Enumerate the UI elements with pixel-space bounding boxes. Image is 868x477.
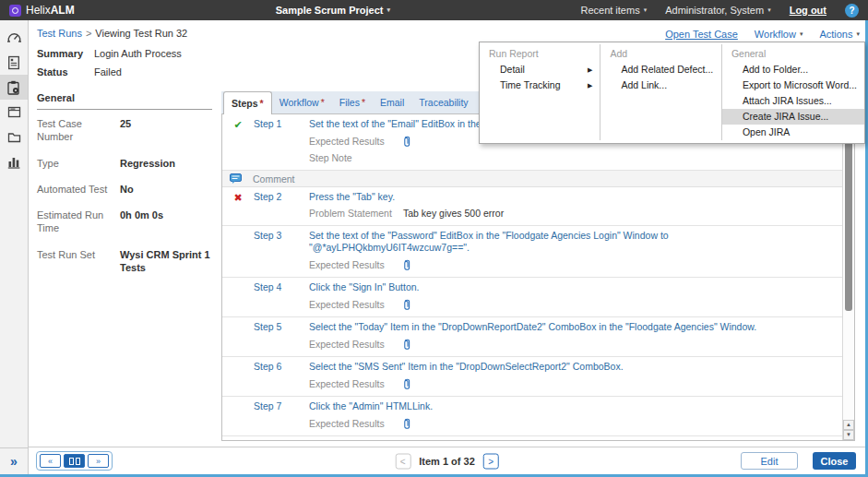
- sidebar-item-dashboard[interactable]: [0, 25, 28, 50]
- field-automated-test: Automated Test No: [37, 175, 212, 201]
- problem-statement-row: Problem Statement Tab key gives 500 erro…: [309, 208, 842, 220]
- sidebar-item-test-runs[interactable]: [0, 75, 28, 100]
- breadcrumb-test-runs-link[interactable]: Test Runs: [37, 28, 82, 39]
- attachment-paperclip-icon[interactable]: [403, 258, 411, 271]
- comment-row[interactable]: Comment: [222, 171, 842, 187]
- record-toolbar: Open Test Case Workflow ▾ Actions ▾: [665, 29, 860, 40]
- document-icon: [7, 55, 20, 70]
- tab-workflow[interactable]: Workflow*: [272, 91, 332, 113]
- breadcrumb-current: Viewing Test Run 32: [95, 28, 187, 39]
- workflow-menu-button[interactable]: Workflow ▾: [755, 29, 803, 40]
- field-test-case-number: Test Case Number 25: [37, 110, 212, 149]
- chevron-down-icon: ▾: [386, 6, 390, 14]
- step-link[interactable]: Step 3: [254, 230, 309, 271]
- recent-items-menu[interactable]: Recent items ▾: [580, 5, 647, 16]
- comment-bubble-icon: [230, 173, 242, 184]
- step-text: Select the "Today" Item in the "DropDown…: [309, 321, 842, 333]
- menu-item-time-tracking[interactable]: Time Tracking ▶: [480, 78, 600, 93]
- tab-steps[interactable]: Steps*: [223, 91, 272, 114]
- split-panes-icon: [69, 458, 80, 465]
- close-button[interactable]: Close: [813, 452, 856, 470]
- expand-sidebar-button[interactable]: »: [10, 454, 18, 469]
- step-row-2: ✖ Step 2 Press the "Tab" key. Problem St…: [222, 187, 842, 226]
- menu-item-create-jira-issue[interactable]: Create JIRA Issue...: [722, 109, 864, 125]
- field-test-run-set: Test Run Set Wysi CRM Sprint 1 Tests: [37, 241, 212, 280]
- expected-results-row: Expected Results: [309, 417, 842, 430]
- step-link[interactable]: Step 2: [254, 191, 309, 220]
- menu-item-export-to-word[interactable]: Export to Microsoft Word...: [722, 78, 864, 93]
- menu-item-add-to-folder[interactable]: Add to Folder...: [722, 62, 864, 78]
- submenu-arrow-icon: ▶: [588, 64, 592, 76]
- menu-header-run-report: Run Report: [480, 44, 600, 62]
- submenu-arrow-icon: ▶: [588, 79, 592, 91]
- attachment-paperclip-icon[interactable]: [403, 135, 411, 148]
- step-pass-icon: ✔: [222, 118, 254, 164]
- menu-column-general: General Add to Folder... Export to Micro…: [721, 44, 864, 140]
- step-fail-icon: ✖: [222, 191, 254, 220]
- menu-column-add: Add Add Related Defect... Add Link...: [600, 44, 720, 140]
- menu-item-add-link[interactable]: Add Link...: [600, 78, 720, 93]
- step-link[interactable]: Step 4: [254, 281, 309, 311]
- brand-name: HelixALM: [26, 4, 75, 17]
- next-item-button[interactable]: >: [483, 453, 499, 469]
- sidebar-item-reports[interactable]: [0, 149, 28, 174]
- step-link[interactable]: Step 5: [254, 321, 309, 351]
- attachment-paperclip-icon[interactable]: [403, 338, 411, 351]
- sidebar-footer: »: [0, 447, 28, 474]
- menu-header-add: Add: [600, 44, 720, 62]
- chevron-down-icon: ▾: [767, 6, 771, 14]
- steps-scrollbar[interactable]: ▲ ▼: [842, 114, 854, 440]
- step-link[interactable]: Step 8: [254, 440, 309, 441]
- sidebar-item-issues[interactable]: [0, 100, 28, 125]
- step-text: Press the "Tab" key.: [309, 191, 842, 203]
- tab-email[interactable]: Email: [373, 91, 411, 113]
- actions-dropdown-menu: Run Report Detail ▶ Time Tracking ▶ Add …: [479, 42, 865, 144]
- layout-split-view-button[interactable]: [64, 454, 85, 468]
- steps-panel: ✔ Step 1 Set the text of the "Email" Edi…: [221, 113, 855, 441]
- expected-results-row: Expected Results: [309, 338, 842, 351]
- tab-traceability[interactable]: Traceability: [411, 91, 475, 113]
- menu-item-open-jira[interactable]: Open JIRA: [722, 125, 864, 140]
- tab-files[interactable]: Files*: [332, 91, 373, 113]
- clipboard-gear-icon: [6, 80, 21, 95]
- status-row: Status Failed: [37, 66, 122, 78]
- layout-toggle-group: « »: [36, 451, 113, 471]
- step-link[interactable]: Step 7: [254, 400, 309, 430]
- step-row-5: Step 5 Select the "Today" Item in the "D…: [222, 317, 842, 357]
- step-link[interactable]: Step 6: [254, 361, 309, 390]
- attachment-paperclip-icon[interactable]: [403, 417, 411, 430]
- attachment-paperclip-icon[interactable]: [403, 298, 411, 311]
- expected-results-row: Expected Results: [309, 298, 842, 311]
- summary-value: Login Auth Process: [94, 48, 182, 59]
- general-panel: General Test Case Number 25 Type Regress…: [37, 92, 212, 280]
- helix-logo-icon: [9, 5, 21, 17]
- menu-header-general: General: [722, 44, 864, 62]
- project-selector[interactable]: Sample Scrum Project ▾: [276, 5, 390, 16]
- sidebar-item-test-cases[interactable]: [0, 50, 28, 75]
- menu-item-add-related-defect[interactable]: Add Related Defect...: [600, 62, 720, 78]
- logout-link[interactable]: Log out: [790, 5, 826, 16]
- menu-item-detail[interactable]: Detail ▶: [480, 62, 600, 78]
- step-link[interactable]: Step 1: [254, 118, 309, 164]
- open-test-case-link[interactable]: Open Test Case: [665, 29, 738, 40]
- user-menu[interactable]: Administrator, System ▾: [665, 5, 771, 16]
- attachment-paperclip-icon[interactable]: [403, 377, 411, 390]
- scroll-down-button[interactable]: ▼: [843, 430, 854, 440]
- menu-item-attach-jira-issues[interactable]: Attach JIRA Issues...: [722, 93, 864, 109]
- chevron-down-icon: ▾: [644, 6, 648, 14]
- scrollbar-thumb[interactable]: [845, 117, 852, 311]
- help-icon[interactable]: ?: [845, 4, 859, 18]
- step-row-8: Step 8 Click the "Server Logs" HTMLLink …: [222, 436, 842, 441]
- step-row-4: Step 4 Click the "Sign In" Button. Expec…: [222, 278, 842, 317]
- scroll-up-button[interactable]: ▲: [843, 420, 854, 430]
- actions-menu-button[interactable]: Actions ▾: [819, 29, 860, 40]
- layout-collapse-left-button[interactable]: «: [40, 454, 61, 468]
- previous-item-button[interactable]: <: [395, 453, 410, 469]
- field-type: Type Regression: [37, 149, 212, 175]
- comment-label: Comment: [253, 173, 295, 185]
- step-note-row: Step Note: [309, 152, 842, 164]
- expected-results-row: Expected Results: [309, 377, 842, 390]
- sidebar-item-folders[interactable]: [0, 125, 28, 149]
- layout-collapse-right-button[interactable]: »: [88, 454, 109, 468]
- edit-button[interactable]: Edit: [741, 452, 798, 470]
